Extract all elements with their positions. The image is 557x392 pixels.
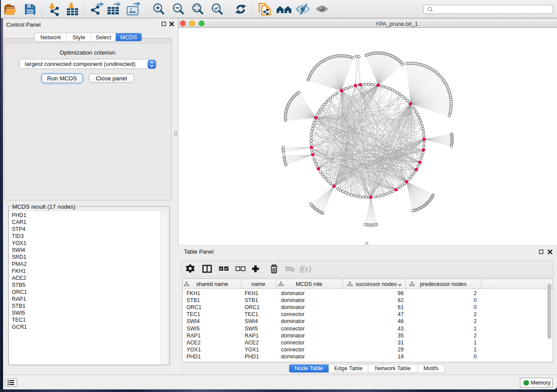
- svg-text:f(x): f(x): [300, 264, 311, 274]
